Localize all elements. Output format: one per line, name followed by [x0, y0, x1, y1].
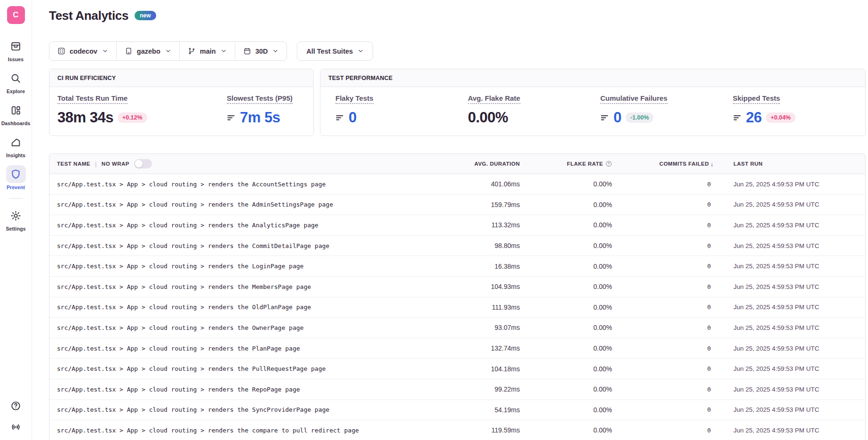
table-row: src/App.test.tsx > App > cloud routing >… — [49, 174, 865, 195]
test-name-cell: src/App.test.tsx > App > cloud routing >… — [49, 222, 442, 229]
filter-bar: codecov gazebo main — [49, 41, 866, 61]
test-name-cell: src/App.test.tsx > App > cloud routing >… — [49, 304, 442, 311]
filter-icon[interactable] — [733, 113, 742, 122]
flake-rate-cell: 0.00% — [522, 304, 616, 311]
avg-duration-cell: 54.19ms — [442, 406, 522, 414]
summary-panels: CI RUN EFFICIENCY Total Tests Run Time 3… — [49, 69, 866, 136]
calendar-icon — [243, 47, 251, 55]
table-row: src/App.test.tsx > App > cloud routing >… — [49, 420, 865, 440]
test-performance-panel: TEST PERFORMANCE Flaky Tests 0 Avg. Flak… — [320, 69, 866, 136]
chevron-down-icon — [102, 48, 108, 54]
metric-label: Avg. Flake Rate — [468, 94, 520, 104]
table-row: src/App.test.tsx > App > cloud routing >… — [49, 277, 865, 297]
repository-icon — [125, 47, 133, 55]
filter-icon[interactable] — [600, 113, 609, 122]
table-row: src/App.test.tsx > App > cloud routing >… — [49, 297, 865, 318]
table-row: src/App.test.tsx > App > cloud routing >… — [49, 338, 865, 359]
sidebar-item-explore[interactable]: Explore — [2, 69, 30, 94]
test-name-cell: src/App.test.tsx > App > cloud routing >… — [49, 427, 442, 434]
test-name-cell: src/App.test.tsx > App > cloud routing >… — [49, 201, 442, 208]
sidebar-item-prevent[interactable]: Prevent — [2, 165, 30, 190]
avg-duration-cell: 111.93ms — [442, 304, 522, 311]
sidebar-item-label: Issues — [8, 56, 24, 62]
table-row: src/App.test.tsx > App > cloud routing >… — [49, 379, 865, 400]
page-title: Test Analytics — [49, 8, 128, 23]
insights-icon — [6, 133, 26, 151]
avg-duration-cell: 401.06ms — [442, 180, 522, 188]
test-name-cell: src/App.test.tsx > App > cloud routing >… — [49, 283, 442, 290]
info-circle-icon[interactable] — [605, 160, 612, 167]
org-selector[interactable]: codecov — [49, 42, 117, 60]
sidebar-item-label: Explore — [7, 88, 25, 94]
table-row: src/App.test.tsx > App > cloud routing >… — [49, 318, 865, 338]
sidebar-divider — [9, 198, 23, 199]
filter-icon[interactable] — [335, 113, 344, 122]
broadcast-icon[interactable] — [10, 422, 21, 434]
sidebar-item-label: Insights — [6, 152, 25, 158]
tests-table: TEST NAME | NO WRAP AVG. DURATION FLAKE … — [49, 153, 866, 440]
help-icon[interactable] — [10, 400, 21, 413]
flake-rate-cell: 0.00% — [522, 344, 616, 352]
sidebar-item-settings[interactable]: Settings — [2, 207, 30, 232]
table-row: src/App.test.tsx > App > cloud routing >… — [49, 256, 865, 277]
flake-rate-cell: 0.00% — [522, 324, 616, 331]
main-content: Test Analytics new codecov — [32, 8, 868, 440]
last-run-cell: Jun 25, 2025 4:59:53 PM UTC — [724, 365, 865, 372]
col-flake-rate[interactable]: FLAKE RATE — [522, 160, 616, 167]
metric-label: Skipped Tests — [733, 94, 780, 104]
date-range-selector[interactable]: 30D — [235, 42, 287, 60]
metric-value[interactable]: 0 — [613, 109, 621, 126]
dashboards-icon — [6, 101, 26, 119]
gear-icon — [6, 207, 26, 224]
sidebar-item-insights[interactable]: Insights — [2, 133, 30, 158]
branch-selector[interactable]: main — [180, 42, 235, 60]
sidebar-item-issues[interactable]: Issues — [2, 37, 30, 62]
col-last-run[interactable]: LAST RUN — [724, 161, 865, 167]
sidebar: C Issues Explore — [0, 0, 32, 440]
metric-skipped-tests: Skipped Tests 26 +0.04% — [733, 94, 866, 126]
last-run-cell: Jun 25, 2025 4:59:53 PM UTC — [724, 324, 865, 331]
metric-value[interactable]: 0 — [349, 109, 357, 126]
repo-selector[interactable]: gazebo — [117, 42, 180, 60]
last-run-cell: Jun 25, 2025 4:59:53 PM UTC — [724, 181, 865, 188]
organization-icon — [57, 47, 65, 55]
avg-duration-cell: 159.79ms — [442, 201, 522, 208]
flake-rate-cell: 0.00% — [522, 180, 616, 188]
chevron-down-icon — [358, 48, 364, 54]
no-wrap-toggle[interactable] — [134, 159, 152, 168]
search-icon — [6, 69, 26, 87]
test-suites-selector[interactable]: All Test Suites — [297, 41, 373, 61]
last-run-cell: Jun 25, 2025 4:59:53 PM UTC — [724, 283, 865, 290]
metric-value[interactable]: 7m 5s — [240, 109, 280, 126]
repo-value: gazebo — [137, 48, 160, 55]
metric-cumulative-failures: Cumulative Failures 0 -1.00% — [600, 94, 733, 126]
new-badge: new — [135, 11, 156, 20]
col-commits-failed[interactable]: COMMITS FAILED ↓ — [616, 160, 724, 168]
col-avg-duration[interactable]: AVG. DURATION — [442, 161, 522, 167]
avg-duration-cell: 104.18ms — [442, 365, 522, 373]
sort-desc-icon: ↓ — [710, 160, 714, 168]
sidebar-item-label: Settings — [6, 226, 25, 232]
metric-delta-badge: -1.00% — [626, 112, 654, 123]
metric-value[interactable]: 26 — [746, 109, 762, 126]
metric-total-tests-run-time: Total Tests Run Time 38m 34s +0.12% — [57, 94, 227, 126]
last-run-cell: Jun 25, 2025 4:59:53 PM UTC — [724, 304, 865, 311]
filter-group: codecov gazebo main — [49, 41, 287, 61]
last-run-cell: Jun 25, 2025 4:59:53 PM UTC — [724, 386, 865, 393]
test-name-cell: src/App.test.tsx > App > cloud routing >… — [49, 324, 442, 331]
commits-failed-cell: 0 — [616, 263, 724, 270]
codecov-logo[interactable]: C — [7, 6, 25, 24]
metric-label: Total Tests Run Time — [57, 94, 127, 104]
flake-rate-cell: 0.00% — [522, 201, 616, 208]
sidebar-item-label: Prevent — [7, 184, 25, 190]
flake-rate-cell: 0.00% — [522, 406, 616, 414]
test-name-cell: src/App.test.tsx > App > cloud routing >… — [49, 242, 442, 249]
commits-failed-cell: 0 — [616, 427, 724, 434]
filter-icon[interactable] — [227, 113, 236, 122]
col-test-name: TEST NAME — [57, 161, 90, 167]
last-run-cell: Jun 25, 2025 4:59:53 PM UTC — [724, 263, 865, 270]
table-row: src/App.test.tsx > App > cloud routing >… — [49, 195, 865, 216]
chevron-down-icon — [221, 48, 227, 54]
metric-delta-badge: +0.12% — [118, 112, 147, 123]
sidebar-item-dashboards[interactable]: Dashboards — [2, 101, 30, 126]
